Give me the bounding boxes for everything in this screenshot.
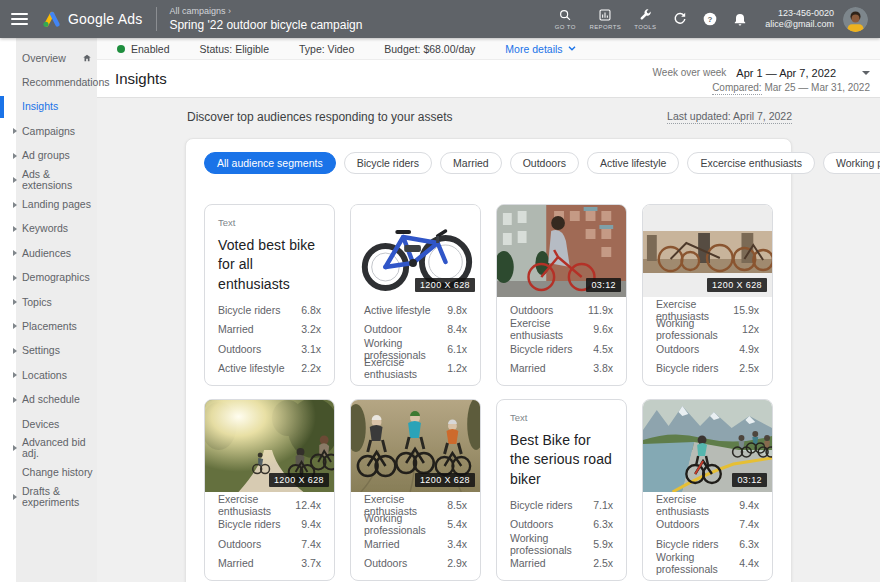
reports-label: REPORTS (589, 24, 621, 30)
audience-stats: Active lifestyle9.8xOutdoor8.4xWorking p… (364, 300, 467, 378)
chip-all-audience-segments[interactable]: All audience segments (204, 152, 336, 174)
asset-size-badge: 1200 X 628 (415, 473, 475, 487)
stat-row: Outdoors2.9x (364, 554, 467, 574)
chip-outdoors[interactable]: Outdoors (510, 152, 579, 174)
stat-value: 1.2x (447, 362, 467, 374)
sidebar-item-devices[interactable]: Devices (16, 412, 97, 436)
text-asset-card-1: TextVoted best bike for all enthusiastsB… (204, 204, 335, 386)
menu-icon[interactable] (11, 13, 28, 25)
avatar[interactable] (843, 7, 868, 32)
sidebar-item-settings[interactable]: Settings (16, 339, 97, 363)
assets-grid: TextVoted best bike for all enthusiastsB… (204, 204, 773, 581)
stat-row: Bicycle riders2.5x (656, 359, 759, 379)
sidebar-item-label: Overview (22, 53, 70, 64)
stat-value: 9.6x (593, 323, 613, 335)
date-range-selector[interactable]: Week over week Apr 1 — Apr 7, 2022 (653, 67, 870, 79)
audience-stats: Exercise enthusiasts12.4xBicycle riders9… (218, 495, 321, 573)
chip-married[interactable]: Married (440, 152, 502, 174)
asset-size-badge: 1200 X 628 (269, 473, 329, 487)
refresh-button[interactable] (667, 6, 693, 32)
sidebar-item-change-history[interactable]: Change history (16, 461, 97, 485)
sidebar-item-label: Campaigns (22, 126, 79, 137)
stat-value: 8.4x (447, 323, 467, 335)
audience-chips: All audience segmentsBicycle ridersMarri… (204, 152, 791, 174)
google-ads-logo[interactable]: Google Ads (40, 9, 142, 30)
stat-row: Bicycle riders9.4x (218, 515, 321, 535)
expand-arrow-icon (13, 153, 17, 159)
video-duration-badge: 03:12 (732, 473, 767, 487)
asset-title: Voted best bike for all enthusiasts (218, 236, 321, 294)
sidebar-item-ad-schedule[interactable]: Ad schedule (16, 387, 97, 411)
asset-thumbnail: 1200 X 628 (205, 400, 334, 492)
sidebar-item-label: Settings (22, 345, 64, 356)
breadcrumb[interactable]: All campaigns › (169, 6, 362, 16)
chip-active-lifestyle[interactable]: Active lifestyle (587, 152, 680, 174)
stat-value: 4.4x (739, 557, 759, 569)
sidebar-item-advanced-bid-adj[interactable]: Advanced bid adj. (16, 436, 97, 460)
stat-label: Exercise enthusiasts (510, 317, 593, 341)
tools-label: TOOLS (634, 24, 656, 30)
chip-bicycle-riders[interactable]: Bicycle riders (344, 152, 432, 174)
sidebar-item-keywords[interactable]: Keywords (16, 217, 97, 241)
text-asset-head: TextBest Bike for the serious road biker (497, 400, 626, 489)
more-details-label: More details (505, 43, 562, 55)
go-to-label: GO TO (555, 24, 576, 30)
expand-arrow-icon (13, 348, 17, 354)
stat-row: Exercise enthusiasts9.6x (510, 320, 613, 340)
topbar-actions: GO TO REPORTS TOOLS ? (547, 6, 880, 32)
stat-value: 3.4x (447, 538, 467, 550)
sidebar-item-insights[interactable]: Insights (16, 95, 97, 119)
date-range-value: Apr 1 — Apr 7, 2022 (736, 67, 836, 79)
more-details-button[interactable]: More details (505, 43, 575, 55)
page-title: Insights (115, 70, 167, 87)
sidebar-item-overview[interactable]: Overview (16, 46, 97, 70)
sidebar-item-label: Recommendations (22, 77, 114, 88)
go-to-button[interactable]: GO TO (547, 8, 583, 30)
stat-label: Bicycle riders (656, 362, 718, 374)
enabled-status: Enabled (117, 43, 170, 55)
sidebar-item-label: Keywords (22, 223, 72, 234)
sidebar-item-recommendations[interactable]: Recommendations (16, 70, 97, 94)
stat-value: 3.7x (301, 557, 321, 569)
sidebar-item-label: Change history (22, 467, 97, 478)
sidebar-item-label: Drafts & experiments (22, 486, 97, 508)
chip-working-professionals[interactable]: Working professionals (823, 152, 880, 174)
sidebar-item-campaigns[interactable]: Campaigns (16, 119, 97, 143)
asset-size-badge: 1200 X 628 (707, 278, 767, 292)
sidebar-item-locations[interactable]: Locations (16, 363, 97, 387)
sidebar-item-audiences[interactable]: Audiences (16, 241, 97, 265)
sidebar-item-landing-pages[interactable]: Landing pages (16, 192, 97, 216)
notifications-button[interactable] (727, 6, 753, 32)
stat-label: Bicycle riders (218, 518, 280, 530)
stat-value: 5.9x (593, 538, 613, 550)
stat-value: 4.9x (739, 343, 759, 355)
stat-row: Outdoors7.4x (656, 515, 759, 535)
stat-label: Outdoors (656, 518, 699, 530)
sidebar-item-placements[interactable]: Placements (16, 314, 97, 338)
sidebar-item-drafts-experiments[interactable]: Drafts & experiments (16, 485, 97, 509)
reports-button[interactable]: REPORTS (587, 8, 623, 30)
stat-label: Exercise enthusiasts (364, 356, 447, 380)
sidebar-item-label: Ad schedule (22, 394, 84, 405)
asset-type-label: Text (510, 412, 613, 423)
asset-thumbnail: 1200 X 628 (643, 205, 772, 297)
stat-label: Working professionals (656, 551, 739, 575)
chip-excercise-enthusiasts[interactable]: Excercise enthusiasts (687, 152, 815, 174)
sidebar-item-ads-extensions[interactable]: Ads & extensions (16, 168, 97, 192)
stat-label: Bicycle riders (218, 304, 280, 316)
stat-value: 6.3x (593, 518, 613, 530)
stat-row: Married3.7x (218, 554, 321, 574)
stat-label: Outdoor (364, 323, 402, 335)
stat-label: Active lifestyle (364, 304, 431, 316)
status-eligible: Status: Eligible (200, 43, 269, 55)
account-email: alice@gmail.com (765, 19, 834, 30)
stat-value: 3.8x (593, 362, 613, 374)
sidebar-item-topics[interactable]: Topics (16, 290, 97, 314)
stat-value: 2.2x (301, 362, 321, 374)
help-button[interactable]: ? (697, 6, 723, 32)
tools-button[interactable]: TOOLS (627, 8, 663, 30)
stat-label: Married (364, 538, 400, 550)
sidebar-item-ad-groups[interactable]: Ad groups (16, 144, 97, 168)
stat-label: Outdoors (218, 343, 261, 355)
sidebar-item-demographics[interactable]: Demographics (16, 266, 97, 290)
